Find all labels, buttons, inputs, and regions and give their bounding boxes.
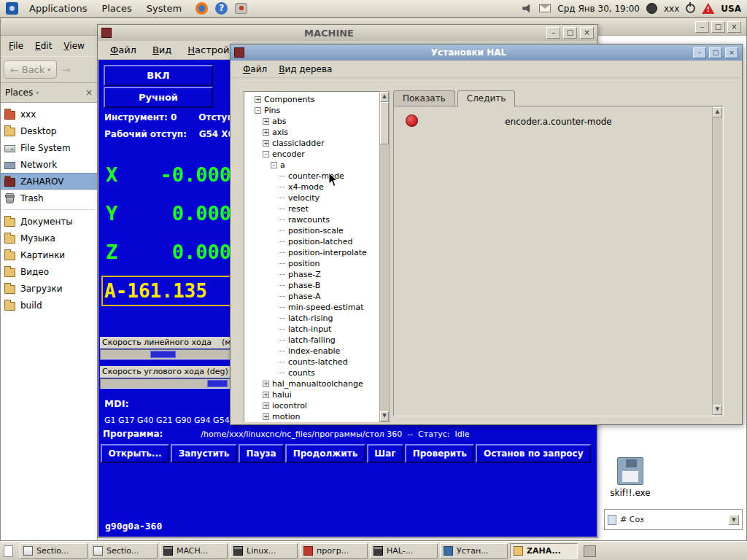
- tree-expand-icon[interactable]: +: [255, 96, 261, 103]
- close-button[interactable]: ×: [580, 27, 594, 39]
- show-desktop-icon[interactable]: [4, 545, 13, 557]
- menu-item[interactable]: Вид: [146, 42, 178, 58]
- system-menu[interactable]: System: [143, 1, 185, 15]
- tree-expand-icon[interactable]: +: [263, 140, 269, 147]
- places-close-icon[interactable]: ×: [85, 88, 93, 98]
- sidebar-item[interactable]: Trash: [1, 190, 97, 206]
- tree-item[interactable]: phase-A: [244, 291, 379, 302]
- menu-item[interactable]: View: [58, 39, 89, 52]
- power-on-button[interactable]: ВКЛ: [104, 65, 213, 86]
- tree-item[interactable]: phase-B: [244, 280, 379, 291]
- tree-item[interactable]: position: [244, 258, 379, 269]
- applications-menu[interactable]: Applications: [26, 1, 90, 15]
- tree-item[interactable]: latch-rising: [244, 313, 379, 324]
- tree-item[interactable]: position-latched: [244, 236, 379, 247]
- tree-item[interactable]: reset: [244, 203, 379, 214]
- tree-expand-icon[interactable]: +: [263, 392, 269, 398]
- angular-speed-slider[interactable]: [100, 378, 231, 389]
- tree-expand-icon[interactable]: [279, 228, 285, 234]
- tree-expand-icon[interactable]: -: [263, 151, 269, 158]
- minimize-button[interactable]: –: [693, 47, 706, 58]
- tree-item[interactable]: + iocontrol: [244, 400, 379, 411]
- sidebar-item[interactable]: Видео: [1, 263, 97, 280]
- volume-icon[interactable]: [522, 4, 533, 13]
- machine-titlebar[interactable]: MACHINE – □ ×: [98, 25, 597, 41]
- tree-expand-icon[interactable]: [279, 370, 285, 376]
- program-control-button[interactable]: Пауза: [239, 444, 284, 463]
- minimize-button[interactable]: –: [695, 21, 709, 33]
- hal-titlebar[interactable]: Установки HAL – □ ×: [231, 44, 742, 61]
- sidebar-item[interactable]: Документы: [1, 213, 97, 230]
- tree-item[interactable]: + classicladder: [244, 138, 379, 149]
- linear-speed-slider[interactable]: [100, 349, 231, 359]
- tree-item[interactable]: position-scale: [244, 225, 379, 236]
- tree-expand-icon[interactable]: [279, 238, 285, 245]
- maximize-button[interactable]: □: [563, 27, 577, 39]
- distro-menu-icon[interactable]: [6, 2, 18, 15]
- taskbar-task-button[interactable]: Sectio...: [20, 543, 88, 559]
- tree-item[interactable]: + abs: [244, 116, 379, 127]
- close-button[interactable]: ×: [725, 47, 738, 58]
- program-control-button[interactable]: Шаг: [367, 444, 403, 463]
- program-control-button[interactable]: Запустить: [171, 444, 237, 463]
- tree-scrollbar[interactable]: ▲ ▼: [379, 91, 390, 422]
- tree-expand-icon[interactable]: [279, 184, 285, 190]
- tree-expand-icon[interactable]: [279, 271, 285, 278]
- minimize-button[interactable]: –: [546, 27, 560, 39]
- tree-item[interactable]: phase-Z: [244, 269, 379, 280]
- tree-item[interactable]: - Pins: [244, 105, 379, 116]
- tree-item[interactable]: velocity: [244, 192, 379, 203]
- tree-expand-icon[interactable]: [279, 217, 285, 223]
- menu-item[interactable]: Файл: [104, 42, 143, 58]
- scrollbar-track[interactable]: [380, 144, 389, 411]
- tree-expand-icon[interactable]: -: [271, 162, 277, 168]
- tree-expand-icon[interactable]: +: [263, 118, 269, 125]
- menu-item[interactable]: Edit: [30, 39, 57, 52]
- angular-speed-slider-thumb[interactable]: [207, 380, 228, 387]
- scroll-up-button[interactable]: ▲: [380, 92, 389, 102]
- tree-expand-icon[interactable]: +: [263, 381, 269, 387]
- tree-expand-icon[interactable]: +: [263, 402, 269, 409]
- manual-mode-button[interactable]: Ручной: [104, 87, 213, 108]
- tree-expand-icon[interactable]: [279, 326, 285, 332]
- maximize-button[interactable]: □: [711, 21, 725, 33]
- linear-speed-slider-thumb[interactable]: [150, 351, 177, 358]
- places-selector[interactable]: Places ▾ ×: [1, 82, 97, 103]
- tree-item[interactable]: counter-mode: [244, 171, 379, 182]
- file-item-skif[interactable]: skif!!.exe: [603, 457, 657, 498]
- taskbar-task-button[interactable]: Устан...: [440, 543, 508, 559]
- tree-item[interactable]: + hal_manualtoolchange: [244, 378, 379, 389]
- scroll-down-button[interactable]: ▼: [713, 405, 722, 415]
- help-launcher-icon[interactable]: ?: [215, 2, 228, 15]
- tree-expand-icon[interactable]: +: [263, 129, 269, 136]
- back-dropdown-icon[interactable]: ▾: [47, 66, 50, 73]
- tree-item[interactable]: + motion: [244, 411, 379, 422]
- sidebar-item[interactable]: Музыка: [1, 230, 97, 246]
- sidebar-item[interactable]: File System: [1, 139, 97, 156]
- username[interactable]: xxx: [664, 4, 679, 14]
- tree-expand-icon[interactable]: [279, 359, 285, 365]
- tree-expand-icon[interactable]: [279, 260, 285, 267]
- watch-scrollbar[interactable]: ▲ ▼: [712, 107, 722, 415]
- tree-item[interactable]: rawcounts: [244, 214, 379, 225]
- taskbar-task-button[interactable]: Linux...: [230, 543, 298, 559]
- sidebar-item[interactable]: xxx: [1, 106, 97, 122]
- back-button[interactable]: ← Back ▾: [4, 61, 57, 79]
- close-button[interactable]: ×: [727, 21, 741, 33]
- tree-expand-icon[interactable]: [279, 293, 285, 300]
- tree-item[interactable]: + Components: [244, 94, 379, 105]
- menu-item[interactable]: File: [4, 39, 28, 52]
- taskbar-task-button[interactable]: прогр...: [300, 543, 368, 559]
- taskbar-task-button[interactable]: ZAHA...: [510, 543, 578, 559]
- tree-item[interactable]: - a: [244, 160, 379, 171]
- tree-expand-icon[interactable]: [279, 173, 285, 179]
- scrollbar-track[interactable]: [713, 117, 722, 405]
- tree-item[interactable]: - encoder: [244, 149, 379, 160]
- program-control-button[interactable]: Продолжить: [285, 444, 365, 463]
- tree-item[interactable]: counts-latched: [244, 357, 379, 368]
- taskbar-task-button[interactable]: MACH...: [160, 543, 228, 559]
- taskbar-task-button[interactable]: Sectio...: [90, 543, 158, 559]
- menu-item[interactable]: Вид дерева: [275, 63, 336, 76]
- tree-expand-icon[interactable]: [279, 337, 285, 343]
- keyboard-layout-indicator[interactable]: USA: [721, 4, 741, 14]
